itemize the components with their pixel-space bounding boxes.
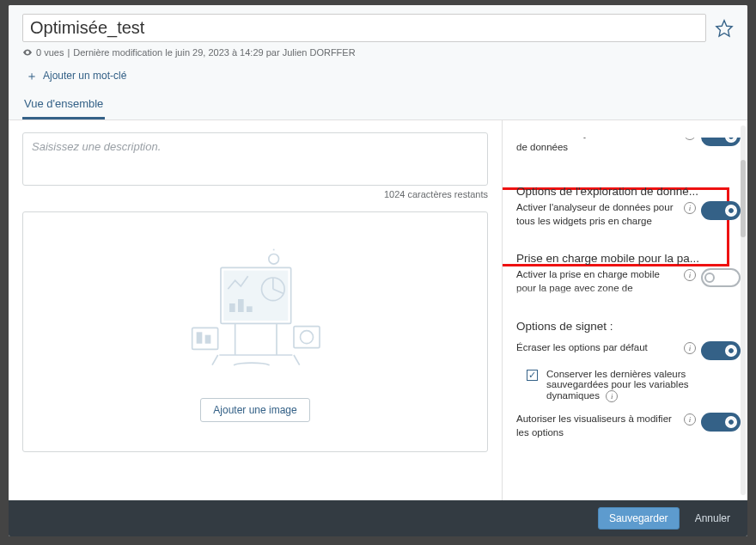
data-explore-label: Activer l'analyseur de données pour tous…	[516, 201, 679, 228]
section-mobile: Prise en charge mobile pour la pa... Act…	[516, 252, 741, 301]
bookmark-keep-values-row[interactable]: ✓ Conserver les dernières valeurs sauveg…	[527, 369, 741, 402]
description-input[interactable]: Saisissez une description.	[22, 132, 488, 186]
plus-icon: ＋	[26, 70, 38, 82]
info-icon[interactable]: i	[606, 390, 618, 402]
checkbox-icon[interactable]: ✓	[527, 370, 538, 381]
svg-rect-13	[205, 335, 211, 344]
svg-rect-5	[238, 299, 244, 312]
left-panel: Saisissez une description. 1024 caractèr…	[9, 120, 502, 500]
toggle-bookmark-overwrite[interactable]	[701, 341, 741, 360]
bookmark-allow-viewers-label: Autoriser les visualiseurs à modifier le…	[516, 413, 679, 439]
data-change-label: Activer les analyses de modifications de…	[516, 127, 679, 154]
section-data-explore: Options de l'exploration de donné... Act…	[516, 185, 741, 228]
mobile-label: Activer la prise en charge mobile pour l…	[516, 268, 679, 301]
views-count: 0 vues	[36, 47, 64, 58]
add-image-button[interactable]: Ajouter une image	[200, 398, 309, 422]
bookmark-overwrite-label: Écraser les options par défaut	[516, 341, 679, 355]
scrollbar[interactable]	[741, 126, 746, 495]
meta-row: 0 vues | Dernière modification le juin 2…	[22, 47, 734, 58]
svg-rect-11	[294, 327, 320, 348]
info-icon[interactable]: i	[684, 202, 696, 214]
eye-icon	[22, 47, 33, 58]
add-keyword-label: Ajouter un mot-clé	[43, 70, 126, 82]
settings-modal: 0 vues | Dernière modification le juin 2…	[9, 5, 747, 536]
last-modified: Dernière modification le juin 29, 2023 à…	[73, 47, 355, 58]
header: 0 vues | Dernière modification le juin 2…	[9, 5, 747, 120]
cancel-button[interactable]: Annuler	[688, 507, 737, 530]
chart-placeholder-icon	[169, 243, 341, 381]
toggle-mobile[interactable]	[701, 268, 741, 287]
info-icon[interactable]: i	[684, 269, 696, 281]
svg-rect-6	[247, 306, 253, 312]
svg-rect-12	[197, 332, 203, 343]
section-title-explore: Options de l'exploration de donné...	[516, 185, 741, 198]
section-data-change: Activer les analyses de modifications de…	[516, 126, 741, 154]
char-count: 1024 caractères restants	[22, 189, 488, 199]
right-panel: Activer les analyses de modifications de…	[502, 120, 747, 500]
title-input[interactable]	[22, 14, 706, 42]
toggle-data-change[interactable]	[701, 127, 741, 146]
svg-rect-4	[229, 303, 235, 312]
info-icon[interactable]: i	[684, 128, 696, 140]
svg-rect-2	[223, 271, 288, 321]
section-title-bookmark: Options de signet :	[516, 320, 741, 333]
toggle-bookmark-allow-viewers[interactable]	[701, 413, 741, 432]
svg-marker-0	[716, 20, 732, 35]
add-keyword-button[interactable]: ＋ Ajouter un mot-clé	[22, 70, 126, 82]
info-icon[interactable]: i	[684, 413, 696, 426]
section-title-mobile: Prise en charge mobile pour la pa...	[516, 252, 741, 265]
toggle-data-explore[interactable]	[701, 201, 741, 220]
section-bookmark: Options de signet : Écraser les options …	[516, 320, 741, 439]
footer: Sauvegarder Annuler	[9, 500, 747, 536]
favorite-star-icon[interactable]	[715, 19, 734, 38]
svg-point-15	[269, 254, 279, 265]
tab-overview[interactable]: Vue d'ensemble	[22, 97, 105, 119]
info-icon[interactable]: i	[684, 342, 696, 354]
image-card: Ajouter une image	[22, 211, 488, 452]
save-button[interactable]: Sauvegarder	[598, 507, 680, 530]
